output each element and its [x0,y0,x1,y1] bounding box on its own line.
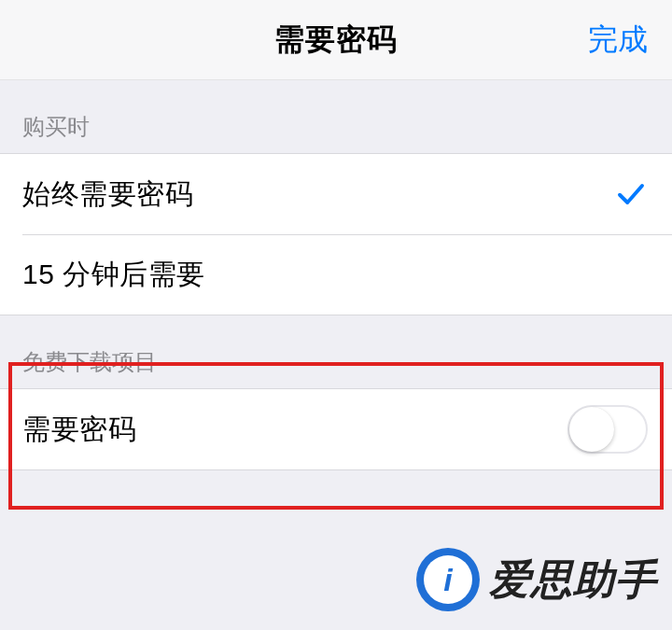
option-label: 15 分钟后需要 [22,256,648,294]
section-header-purchase: 购买时 [0,80,672,153]
watermark-text: 爱思助手 [489,553,657,608]
option-always-require[interactable]: 始终需要密码 [0,154,672,234]
watermark-logo: i 爱思助手 [416,548,657,611]
done-button[interactable]: 完成 [588,20,648,61]
require-password-toggle[interactable] [567,405,648,454]
free-download-group: 需要密码 [0,388,672,470]
watermark-badge-letter: i [424,555,472,604]
toggle-label: 需要密码 [22,411,567,449]
checkmark-icon [614,177,648,211]
page-title: 需要密码 [274,20,398,61]
option-15min-require[interactable]: 15 分钟后需要 [0,234,672,315]
option-label: 始终需要密码 [22,175,614,214]
watermark-badge-icon: i [416,548,480,611]
purchase-options-group: 始终需要密码 15 分钟后需要 [0,153,672,315]
nav-bar: 需要密码 完成 [0,0,672,80]
toggle-knob [569,407,614,452]
toggle-row-require-password: 需要密码 [0,389,672,469]
section-header-free: 免费下载项目 [0,315,672,388]
